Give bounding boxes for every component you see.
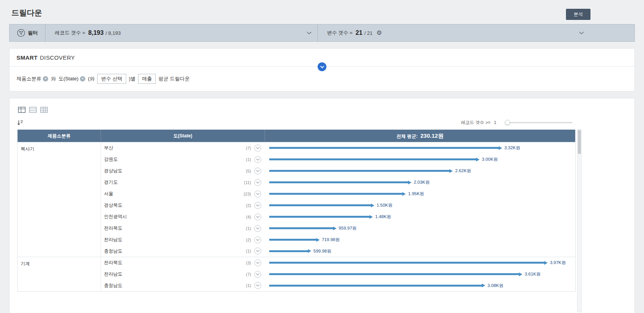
query-conjunction: 와 bbox=[51, 75, 56, 82]
region-label: 인천광역시 bbox=[104, 214, 127, 220]
table-row: 전라북도(1)959.97원 bbox=[18, 223, 576, 234]
expand-row-button[interactable] bbox=[254, 248, 261, 254]
value-label: 1.50K원 bbox=[377, 202, 393, 208]
variable-count-value: 21 bbox=[356, 29, 363, 36]
expand-row-button[interactable] bbox=[254, 236, 261, 243]
column-header-subcategory[interactable]: 제품소분류 bbox=[18, 130, 101, 142]
view-rows-icon[interactable] bbox=[28, 106, 37, 114]
filter-bar: 필터 레코드 갯수 = 8,193 / 8,193 변수 갯수 = 21 / 2… bbox=[9, 24, 635, 42]
value-bar bbox=[269, 204, 374, 207]
record-count-badge: (2) bbox=[246, 203, 251, 208]
collapse-discovery-button[interactable] bbox=[318, 62, 327, 71]
value-label: 719.98원 bbox=[322, 237, 340, 243]
record-count-total: / 8,193 bbox=[106, 30, 121, 36]
region-label: 전라남도 bbox=[104, 236, 122, 243]
query-open-paren: (와 bbox=[88, 75, 94, 82]
expand-row-button[interactable] bbox=[254, 225, 261, 232]
table-row: 전라남도(2)719.98원 bbox=[18, 234, 576, 246]
table-row: 충청남도(1)599.98원 bbox=[18, 246, 576, 257]
value-bar bbox=[269, 261, 548, 265]
record-count-badge: (4) bbox=[246, 215, 251, 219]
chevron-down-icon[interactable] bbox=[579, 31, 584, 34]
table-row: 전라남도(7)3.61K원 bbox=[18, 269, 576, 280]
region-label: 전라남도 bbox=[104, 271, 122, 277]
region-label: 경상남도 bbox=[104, 168, 122, 174]
value-label: 1.95K원 bbox=[408, 191, 424, 197]
record-count-badge: (7) bbox=[246, 272, 251, 277]
value-bar bbox=[269, 238, 320, 242]
expand-row-button[interactable] bbox=[254, 168, 261, 174]
view-toggles bbox=[17, 106, 627, 114]
value-label: 959.97원 bbox=[339, 225, 357, 231]
table-row: 서울(23)1.95K원 bbox=[18, 188, 576, 200]
value-bar bbox=[269, 146, 502, 150]
value-label: 1.48K원 bbox=[375, 214, 391, 220]
column-header-state[interactable]: 도(State) bbox=[101, 130, 265, 142]
record-count-badge: (1) bbox=[246, 157, 251, 162]
analyze-button[interactable]: 분석 bbox=[566, 9, 590, 20]
query-close-paren: )별 bbox=[129, 75, 135, 82]
record-threshold-label: 레코드 갯수 >= bbox=[461, 120, 490, 126]
region-label: 부산 bbox=[104, 145, 113, 151]
sort-icon[interactable] bbox=[17, 120, 23, 126]
filter-toggle[interactable]: 필터 bbox=[10, 24, 46, 41]
view-grid-icon[interactable] bbox=[39, 106, 49, 114]
table-row: 강원도(1)3.00K원 bbox=[18, 154, 576, 165]
value-label: 3.97K원 bbox=[550, 260, 566, 266]
drilldown-result-panel: 레코드 갯수 >= 1 제품소분류 도(State) 전체 평균:230.12원… bbox=[9, 98, 635, 313]
record-count-badge: (1) bbox=[246, 226, 251, 231]
record-count-section[interactable]: 레코드 갯수 = 8,193 / 8,193 bbox=[46, 24, 318, 41]
smart-discovery-panel: SMART DISCOVERY 제품소분류 와 도(State) (와 변수 선… bbox=[9, 48, 635, 91]
region-label: 전라북도 bbox=[104, 259, 122, 266]
region-label: 전라북도 bbox=[104, 225, 122, 231]
filter-label: 필터 bbox=[28, 29, 38, 36]
value-bar bbox=[269, 169, 453, 173]
column-header-average[interactable]: 전체 평균:230.12원 bbox=[265, 130, 576, 142]
vertical-scrollbar[interactable] bbox=[577, 129, 582, 312]
remove-dimension-icon[interactable] bbox=[80, 76, 85, 82]
value-label: 3.00K원 bbox=[482, 156, 498, 162]
measure-chip[interactable]: 매출 bbox=[138, 74, 156, 84]
record-count-badge: (7) bbox=[246, 146, 251, 150]
group-cell: 복사기 bbox=[18, 142, 101, 257]
record-count-badge: (23) bbox=[244, 192, 251, 196]
table-toolbar: 레코드 갯수 >= 1 bbox=[17, 119, 627, 126]
region-label: 충청남도 bbox=[104, 282, 122, 289]
expand-row-button[interactable] bbox=[254, 202, 261, 209]
expand-row-button[interactable] bbox=[254, 179, 261, 186]
value-label: 3.61K원 bbox=[525, 271, 541, 277]
variable-select-chip[interactable]: 변수 선택 bbox=[97, 74, 126, 84]
gear-icon[interactable]: ⚙ bbox=[376, 30, 382, 36]
value-label: 599.98원 bbox=[314, 248, 332, 254]
expand-row-button[interactable] bbox=[254, 145, 261, 152]
record-count-label: 레코드 갯수 = bbox=[55, 29, 85, 36]
table-row: 충청남도(1)3.08K원 bbox=[18, 280, 576, 292]
query-tail: 평균 드릴다운 bbox=[158, 75, 190, 82]
slider-knob[interactable] bbox=[505, 120, 510, 125]
record-threshold-value: 1 bbox=[494, 120, 496, 125]
expand-row-button[interactable] bbox=[254, 191, 261, 197]
record-count-badge: (2) bbox=[246, 238, 251, 242]
expand-row-button[interactable] bbox=[254, 259, 261, 266]
remove-dimension-icon[interactable] bbox=[43, 76, 48, 82]
record-threshold-slider[interactable] bbox=[505, 122, 572, 123]
expand-row-button[interactable] bbox=[254, 156, 261, 163]
view-table-icon[interactable] bbox=[17, 106, 26, 114]
value-label: 2.62K원 bbox=[455, 168, 471, 174]
query-dimension-1: 제품소분류 bbox=[16, 75, 41, 82]
top-header: 드릴다운 분석 bbox=[0, 0, 644, 24]
region-label: 충청남도 bbox=[104, 248, 122, 254]
variable-count-section[interactable]: 변수 갯수 = 21 / 21 ⚙ bbox=[318, 24, 634, 41]
expand-row-button[interactable] bbox=[254, 282, 261, 289]
table-body: 복사기부산(7)3.32K원강원도(1)3.00K원경상남도(5)2.62K원경… bbox=[18, 142, 576, 292]
region-label: 경기도 bbox=[104, 179, 118, 186]
chevron-down-icon[interactable] bbox=[307, 31, 312, 34]
page-title: 드릴다운 bbox=[11, 8, 42, 18]
scrollbar-thumb[interactable] bbox=[578, 130, 581, 154]
value-bar bbox=[269, 192, 406, 196]
expand-row-button[interactable] bbox=[254, 271, 261, 278]
expand-row-button[interactable] bbox=[254, 214, 261, 220]
query-dimension-2: 도(State) bbox=[59, 75, 78, 82]
record-count-badge: (1) bbox=[246, 249, 251, 253]
value-label: 2.03K원 bbox=[414, 179, 430, 185]
